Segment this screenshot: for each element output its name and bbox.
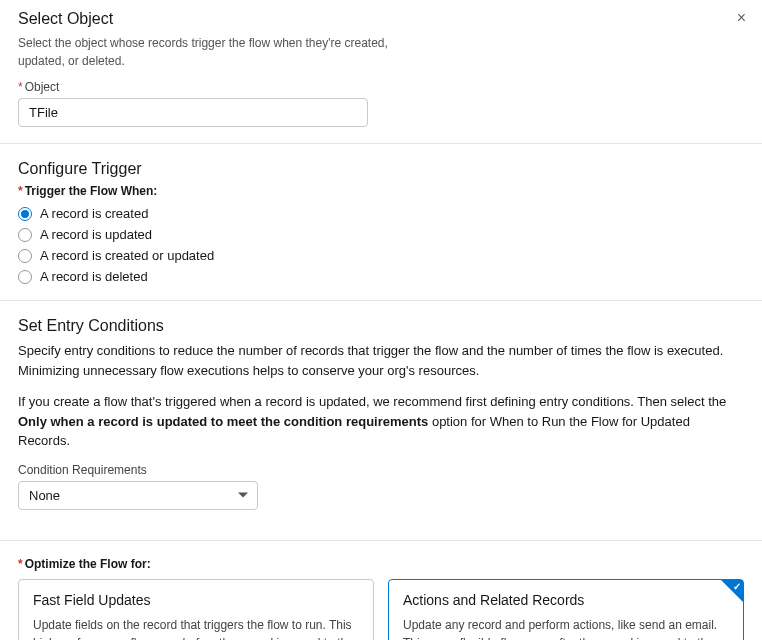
card-title: Actions and Related Records: [403, 592, 729, 608]
close-button[interactable]: ×: [737, 10, 746, 26]
radio-icon: [18, 228, 32, 242]
radio-option-deleted[interactable]: A record is deleted: [18, 269, 744, 284]
condition-req-value: None: [18, 481, 258, 510]
select-object-section: Select Object Select the object whose re…: [18, 10, 744, 127]
select-object-title: Select Object: [18, 10, 744, 28]
divider: [0, 143, 762, 144]
card-actions-related-records[interactable]: Actions and Related Records Update any r…: [388, 579, 744, 641]
required-icon: *: [18, 80, 23, 94]
optimize-label: *Optimize the Flow for:: [18, 557, 744, 571]
condition-req-select[interactable]: None: [18, 481, 258, 510]
trigger-radio-group: A record is created A record is updated …: [18, 206, 744, 284]
radio-label: A record is created: [40, 206, 148, 221]
configure-trigger-section: Configure Trigger *Trigger the Flow When…: [18, 160, 744, 284]
divider: [0, 300, 762, 301]
radio-option-created[interactable]: A record is created: [18, 206, 744, 221]
radio-label: A record is deleted: [40, 269, 148, 284]
condition-req-label: Condition Requirements: [18, 463, 744, 477]
object-field-label: *Object: [18, 80, 744, 94]
required-icon: *: [18, 184, 23, 198]
card-fast-field-updates[interactable]: Fast Field Updates Update fields on the …: [18, 579, 374, 641]
entry-conditions-section: Set Entry Conditions Specify entry condi…: [18, 317, 744, 510]
card-title: Fast Field Updates: [33, 592, 359, 608]
card-desc: Update any record and perform actions, l…: [403, 616, 729, 641]
optimize-section: *Optimize the Flow for: Fast Field Updat…: [18, 557, 744, 641]
divider: [0, 540, 762, 541]
check-icon: [721, 580, 743, 602]
object-input[interactable]: [18, 98, 368, 127]
card-desc: Update fields on the record that trigger…: [33, 616, 359, 641]
entry-conditions-desc2: If you create a flow that's triggered wh…: [18, 392, 744, 451]
radio-icon: [18, 207, 32, 221]
select-object-desc: Select the object whose records trigger …: [18, 34, 388, 70]
radio-icon: [18, 249, 32, 263]
entry-conditions-desc1: Specify entry conditions to reduce the n…: [18, 341, 744, 380]
radio-icon: [18, 270, 32, 284]
radio-option-updated[interactable]: A record is updated: [18, 227, 744, 242]
configure-trigger-title: Configure Trigger: [18, 160, 744, 178]
required-icon: *: [18, 557, 23, 571]
radio-label: A record is created or updated: [40, 248, 214, 263]
radio-label: A record is updated: [40, 227, 152, 242]
radio-option-created-updated[interactable]: A record is created or updated: [18, 248, 744, 263]
entry-conditions-title: Set Entry Conditions: [18, 317, 744, 335]
trigger-when-label: *Trigger the Flow When:: [18, 184, 744, 198]
